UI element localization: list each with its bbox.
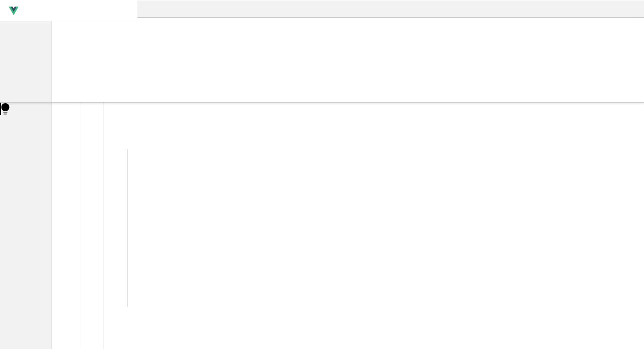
vcs-deleted-stripe[interactable]: [43, 129, 45, 149]
tab-approveflowpage[interactable]: [0, 0, 137, 21]
sticky-gutter: [0, 21, 52, 102]
indent-guide: [127, 149, 128, 307]
sticky-lines-panel: [0, 21, 644, 103]
tab-strip-empty-area: [137, 1, 644, 18]
code-editor[interactable]: [0, 103, 644, 349]
indent-guide: [80, 103, 80, 349]
editor-tab-bar: [0, 0, 644, 21]
vue-logo-icon: [9, 7, 19, 15]
indent-guide: [104, 103, 104, 349]
intention-bulb-icon[interactable]: [0, 103, 11, 117]
